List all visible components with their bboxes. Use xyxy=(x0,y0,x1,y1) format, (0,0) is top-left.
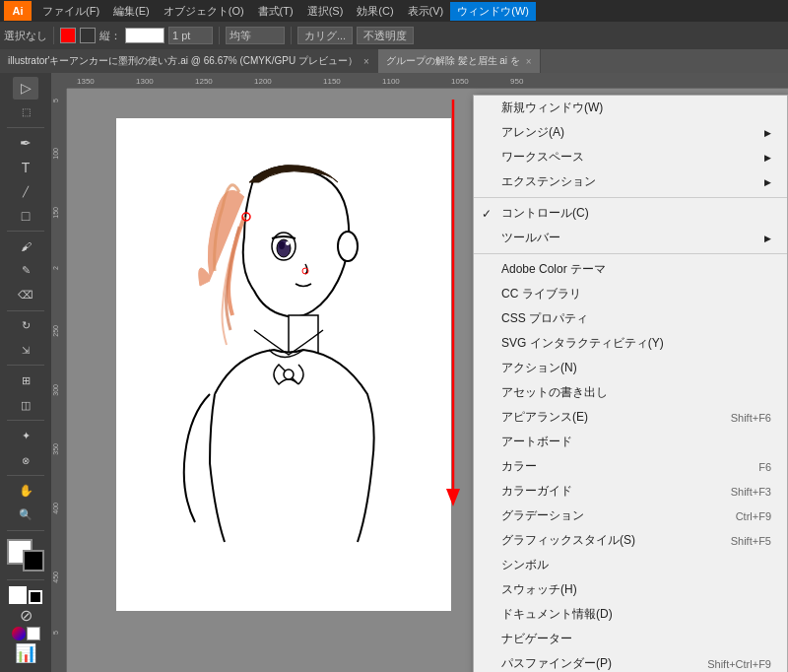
v-ruler-150: 100 xyxy=(52,148,59,160)
stroke-indicator[interactable] xyxy=(29,590,42,604)
pencil-btn[interactable]: ✎ xyxy=(13,259,38,282)
zoom-btn[interactable]: 🔍 xyxy=(13,504,38,527)
tool-sep-6 xyxy=(7,475,44,476)
menu-doc-info[interactable]: ドキュメント情報(D) xyxy=(474,602,787,627)
blend-btn[interactable]: ⊗ xyxy=(13,449,38,472)
window-dropdown-menu[interactable]: 新規ウィンドウ(W) アレンジ(A) ワークスペース エクステンション コントロ… xyxy=(473,95,788,672)
chart-icon[interactable]: 📊 xyxy=(15,642,36,664)
stroke-color-swatch[interactable] xyxy=(60,28,76,43)
sep-after-extensions xyxy=(474,197,787,198)
menu-artboards[interactable]: アートボード xyxy=(474,430,787,454)
v-ruler-content: 5 100 150 2 250 300 350 400 450 5 6 xyxy=(51,89,66,672)
menu-color-guide[interactable]: カラーガイド Shift+F3 xyxy=(474,479,787,504)
opacity-button[interactable]: 不透明度 xyxy=(357,27,414,44)
direct-selection-btn[interactable]: ⬚ xyxy=(13,101,38,124)
stroke-fill-container: ⊘ xyxy=(9,586,42,640)
menu-asset-export[interactable]: アセットの書き出し xyxy=(474,380,787,405)
rotate-btn[interactable]: ↻ xyxy=(13,314,38,337)
hand-btn[interactable]: ✋ xyxy=(13,480,38,503)
app-logo: Ai xyxy=(4,1,32,21)
pen-tool-btn[interactable]: ✒ xyxy=(13,132,38,155)
menu-file[interactable]: ファイル(F) xyxy=(35,2,106,21)
ruler-label-1350: 1350 xyxy=(77,77,95,86)
fill-indicator[interactable] xyxy=(9,586,27,604)
color-mode-icons xyxy=(12,627,40,640)
tab-extra-close[interactable]: × xyxy=(526,56,532,67)
active-tab[interactable]: illustrator'キーアンカーに墨刑の使い方.ai @ 66.67% (C… xyxy=(0,49,378,73)
menu-swatches[interactable]: スウォッチ(H) xyxy=(474,577,787,602)
menu-bar: Ai ファイル(F) 編集(E) オブジェクト(O) 書式(T) 選択(S) 効… xyxy=(0,0,788,22)
v-ruler-200: 150 xyxy=(52,207,59,219)
svg-point-6 xyxy=(284,370,294,379)
menu-graphic-styles[interactable]: グラフィックスタイル(S) Shift+F5 xyxy=(474,528,787,553)
menu-color[interactable]: カラー F6 xyxy=(474,454,787,479)
menu-object[interactable]: オブジェクト(O) xyxy=(157,2,251,21)
selection-tool-btn[interactable]: ▷ xyxy=(13,77,38,100)
ruler-label-1150: 1150 xyxy=(323,77,341,86)
menu-extensions[interactable]: エクステンション xyxy=(474,169,787,194)
line-tool-btn[interactable]: ╱ xyxy=(13,180,38,203)
v-ruler-300: 250 xyxy=(52,325,59,337)
rect-tool-btn[interactable]: □ xyxy=(13,205,38,228)
artboard xyxy=(116,118,451,611)
menu-adobe-color[interactable]: Adobe Color テーマ xyxy=(474,257,787,282)
color-mode-gradient[interactable] xyxy=(12,627,26,640)
menu-cc-library[interactable]: CC ライブラリ xyxy=(474,282,787,306)
fill-color-swatch[interactable] xyxy=(80,28,96,43)
menu-control[interactable]: コントロール(C) xyxy=(474,201,787,226)
type-tool-btn[interactable]: T xyxy=(13,156,38,178)
menu-toolbar[interactable]: ツールバー xyxy=(474,226,787,250)
menu-appearance[interactable]: アピアランス(E) Shift+F6 xyxy=(474,405,787,430)
gradient-btn[interactable]: ◫ xyxy=(13,394,38,417)
menu-type[interactable]: 書式(T) xyxy=(251,2,300,21)
menu-gradient[interactable]: グラデーション Ctrl+F9 xyxy=(474,504,787,528)
background-color[interactable] xyxy=(23,550,44,571)
v-ruler-250: 2 xyxy=(52,266,59,270)
second-tab[interactable]: グループの解除 髪と眉生 ai を × xyxy=(378,49,541,73)
svg-point-0 xyxy=(338,232,358,261)
ruler-label-1300: 1300 xyxy=(136,77,154,86)
menu-view[interactable]: 表示(V) xyxy=(401,2,451,21)
menu-navigator[interactable]: ナビゲーター xyxy=(474,627,787,651)
eraser-btn[interactable]: ⌫ xyxy=(13,284,38,306)
color-mode-solid[interactable] xyxy=(27,627,40,640)
menu-effect[interactable]: 効果(C) xyxy=(350,2,400,21)
menu-pathfinder[interactable]: パスファインダー(P) Shift+Ctrl+F9 xyxy=(474,651,787,672)
menu-symbols[interactable]: シンボル xyxy=(474,553,787,577)
menu-css-props[interactable]: CSS プロパティ xyxy=(474,306,787,331)
ruler-label-1100: 1100 xyxy=(382,77,400,86)
line-style-selector[interactable]: 均等 xyxy=(226,27,285,44)
menu-svg-interactivity[interactable]: SVG インタラクティビティ(Y) xyxy=(474,331,787,356)
canvas-svg xyxy=(116,118,451,611)
sep-after-toolbar xyxy=(474,253,787,254)
v-ruler-350: 300 xyxy=(52,384,59,396)
scale-btn[interactable]: ⇲ xyxy=(13,339,38,362)
menu-window[interactable]: ウィンドウ(W) xyxy=(450,2,536,21)
tab-bar: illustrator'キーアンカーに墨刑の使い方.ai @ 66.67% (C… xyxy=(0,49,788,73)
v-ruler-500: 450 xyxy=(52,571,59,583)
tab-extra-label: グループの解除 髪と眉生 ai を xyxy=(386,54,520,68)
stroke-width-input[interactable] xyxy=(168,27,213,44)
tab-close-btn[interactable]: × xyxy=(363,56,369,67)
paintbrush-btn[interactable]: 🖌 xyxy=(13,235,38,258)
left-toolbar: ▷ ⬚ ✒ T ╱ □ 🖌 ✎ ⌫ ↻ ⇲ ⊞ ◫ ✦ ⊗ ✋ 🔍 xyxy=(0,73,51,672)
tool-sep-2 xyxy=(7,231,44,232)
menu-workspace[interactable]: ワークスペース xyxy=(474,145,787,169)
control-toolbar: 選択なし 縦： 均等 カリグ... 不透明度 xyxy=(0,22,788,49)
tool-sep-3 xyxy=(7,310,44,311)
menu-select[interactable]: 選択(S) xyxy=(300,2,351,21)
menu-arrange[interactable]: アレンジ(A) xyxy=(474,120,787,145)
vertical-ruler: 5 100 150 2 250 300 350 400 450 5 6 xyxy=(51,89,67,672)
menu-edit[interactable]: 編集(E) xyxy=(106,2,157,21)
calig-button[interactable]: カリグ... xyxy=(297,27,353,44)
ruler-label-1200: 1200 xyxy=(254,77,272,86)
ruler-row: 1350 1300 1250 1200 1150 1100 1050 950 xyxy=(51,73,788,89)
ruler-corner xyxy=(51,73,67,89)
svg-point-4 xyxy=(286,241,290,245)
shape-builder-btn[interactable]: ⊞ xyxy=(13,370,38,392)
tool-sep-7 xyxy=(7,530,44,531)
eyedropper-btn[interactable]: ✦ xyxy=(13,425,38,447)
menu-new-window[interactable]: 新規ウィンドウ(W) xyxy=(474,96,787,120)
menu-actions[interactable]: アクション(N) xyxy=(474,356,787,380)
svg-point-3 xyxy=(279,241,285,249)
